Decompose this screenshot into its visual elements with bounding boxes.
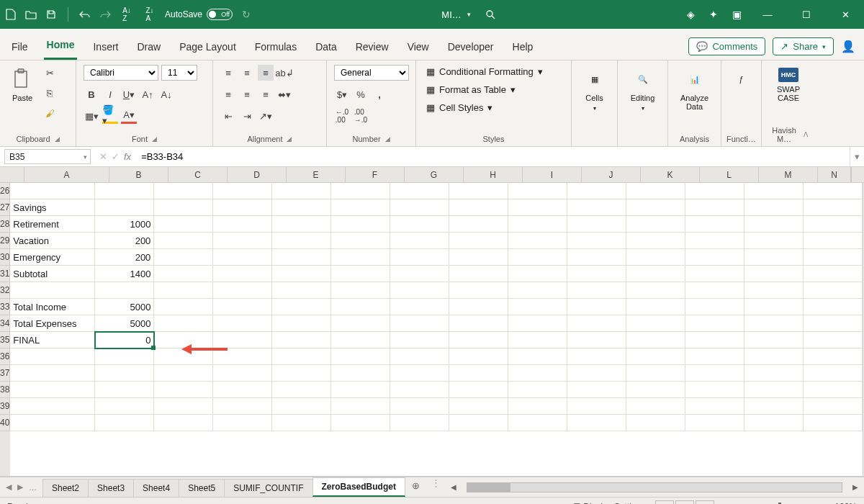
cell[interactable] [390, 415, 449, 431]
cell[interactable] [626, 415, 685, 431]
cells-button[interactable]: ▦Cells▾ [580, 65, 610, 114]
cell[interactable] [508, 382, 567, 398]
cell[interactable] [390, 299, 449, 315]
cell[interactable] [213, 183, 272, 199]
cell[interactable]: FINAL [10, 332, 95, 348]
cell[interactable] [95, 382, 154, 398]
sheet-tab[interactable]: Sheet2 [42, 479, 89, 497]
col-header[interactable]: I [523, 167, 582, 182]
cell[interactable] [95, 282, 154, 299]
cell[interactable] [804, 233, 863, 249]
cell[interactable] [390, 199, 449, 216]
cell[interactable] [449, 315, 508, 332]
comments-button[interactable]: 💬 Comments [688, 37, 765, 55]
cell[interactable] [331, 216, 390, 233]
view-page-break-icon[interactable]: ⊞ [696, 500, 714, 505]
cell[interactable] [744, 266, 804, 282]
cell[interactable]: 5000 [95, 315, 154, 332]
row-header[interactable]: 30 [0, 249, 10, 266]
cell[interactable] [213, 365, 272, 382]
cell[interactable] [390, 266, 449, 282]
name-box[interactable]: B35 [4, 149, 91, 164]
cell[interactable] [95, 348, 154, 365]
cell[interactable] [213, 233, 272, 249]
cell[interactable] [685, 315, 744, 332]
zoom-level[interactable]: 100% [834, 502, 857, 505]
cell[interactable] [95, 415, 154, 431]
formula-input[interactable] [135, 147, 850, 166]
cell[interactable] [626, 249, 685, 266]
row-header[interactable]: 35 [0, 332, 10, 348]
cell[interactable] [331, 199, 390, 216]
col-header[interactable]: H [464, 167, 523, 182]
cell[interactable] [272, 249, 331, 266]
cell[interactable] [213, 415, 272, 431]
new-file-icon[interactable] [4, 8, 17, 21]
cell[interactable] [685, 183, 744, 199]
cell[interactable] [626, 315, 685, 332]
cell[interactable] [685, 233, 744, 249]
ribbon-mode-icon[interactable]: ▣ [730, 8, 743, 21]
cell[interactable] [390, 249, 449, 266]
cell[interactable] [213, 398, 272, 415]
col-header[interactable]: B [109, 167, 168, 182]
cell[interactable] [390, 282, 449, 299]
cell[interactable] [390, 365, 449, 382]
tab-page-layout[interactable]: Page Layout [176, 35, 239, 60]
tab-formulas[interactable]: Formulas [252, 35, 300, 60]
cell[interactable] [626, 332, 685, 348]
cell[interactable] [154, 266, 213, 282]
add-sheet-button[interactable]: ⊕ [405, 477, 427, 497]
swap-case-button[interactable]: HMCSWAP CASE [769, 65, 808, 105]
col-header[interactable]: F [346, 167, 405, 182]
cell[interactable] [744, 332, 804, 348]
cell[interactable]: Retirement [10, 216, 95, 233]
cell[interactable] [10, 348, 95, 365]
cell[interactable] [154, 382, 213, 398]
enter-formula-icon[interactable]: ✓ [112, 151, 120, 162]
cell[interactable] [744, 315, 804, 332]
cell[interactable] [685, 365, 744, 382]
cell[interactable] [95, 199, 154, 216]
cell[interactable] [626, 266, 685, 282]
cell[interactable] [449, 183, 508, 199]
cell[interactable] [272, 266, 331, 282]
cell[interactable] [95, 183, 154, 199]
cell[interactable] [685, 199, 744, 216]
refresh-icon[interactable]: ↻ [240, 8, 253, 21]
cell[interactable] [567, 282, 626, 299]
font-size-combo[interactable]: 11 [161, 65, 197, 81]
cell[interactable]: 0 [95, 332, 154, 348]
sheet-nav-prev-icon[interactable]: ◀ [6, 482, 12, 492]
autosave-toggle[interactable]: AutoSave Off [165, 9, 233, 20]
tab-review[interactable]: Review [353, 35, 392, 60]
cell[interactable] [744, 299, 804, 315]
italic-button[interactable]: I [102, 86, 118, 102]
display-settings-button[interactable]: 🖵 Display Settings [572, 502, 645, 505]
sheet-tab[interactable]: Sheet4 [133, 479, 179, 497]
align-center-icon[interactable]: ≡ [239, 86, 255, 102]
cell[interactable] [331, 315, 390, 332]
number-dialog-icon[interactable]: ◢ [385, 135, 390, 143]
cell[interactable] [626, 233, 685, 249]
bold-button[interactable]: B [84, 86, 99, 102]
zoom-in-button[interactable]: + [824, 502, 829, 505]
cell[interactable] [567, 332, 626, 348]
copy-icon[interactable]: ⎘ [42, 85, 58, 101]
cell[interactable] [10, 365, 95, 382]
cell[interactable] [331, 365, 390, 382]
cell[interactable] [508, 398, 567, 415]
increase-decimal-icon[interactable]: ←.0.00 [334, 108, 350, 124]
redo-icon[interactable] [99, 8, 112, 21]
cell[interactable] [449, 282, 508, 299]
horizontal-scrollbar[interactable] [467, 482, 842, 492]
cell[interactable] [804, 199, 863, 216]
cell[interactable] [804, 348, 863, 365]
cell-styles-button[interactable]: ▦ Cell Styles ▾ [423, 101, 546, 114]
cell[interactable] [272, 199, 331, 216]
col-header[interactable]: J [582, 167, 641, 182]
cell[interactable] [626, 299, 685, 315]
cell[interactable] [567, 233, 626, 249]
cell[interactable] [154, 249, 213, 266]
cell[interactable] [213, 216, 272, 233]
